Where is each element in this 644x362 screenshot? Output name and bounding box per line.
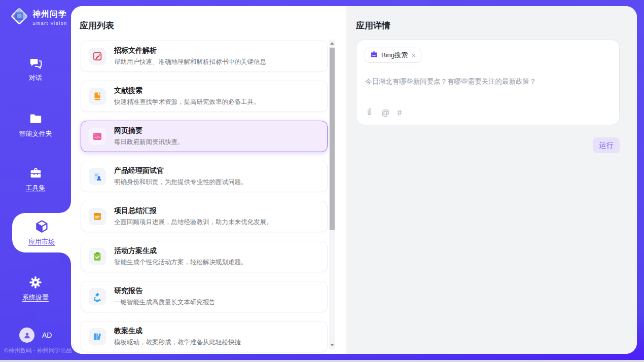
avatar[interactable] — [19, 328, 34, 343]
app-card-title: 产品经理面试官 — [114, 166, 247, 175]
sidebar-item-label: 应用市场 — [28, 237, 55, 246]
app-card-desc: 明确身份和职责，为您提供专业性的面试问题。 — [114, 178, 247, 187]
tool-chip-bing-search[interactable]: Bing搜索 × — [365, 48, 421, 63]
scrollbar[interactable] — [329, 40, 335, 349]
app-card-desc: 模板驱动，教案秒成，教学准备从此轻松快捷 — [114, 338, 241, 347]
app-card-desc: 帮助用户快速、准确地理解和解析招标书中的关键信息 — [114, 58, 266, 66]
main-content: 应用列表 招标文件解析帮助用户快速、准确地理解和解析招标书中的关键信息文献搜索快… — [71, 6, 637, 354]
app-card-activity-plan[interactable]: 活动方案生成智能生成个性化活动方案，轻松解决规划难题。 — [81, 241, 328, 272]
sidebar-item-label: 对话 — [29, 74, 42, 83]
app-card-bid-parse[interactable]: 招标文件解析帮助用户快速、准确地理解和解析招标书中的关键信息 — [81, 41, 328, 72]
bottom-strip — [0, 360, 644, 362]
logo: 神州问学 Smart Vision — [10, 7, 67, 28]
app-card-literature[interactable]: 文献搜索快速精准查找学术资源，提高研究效率的必备工具。 — [81, 81, 328, 112]
gear-icon — [28, 275, 43, 289]
cube-icon — [34, 220, 49, 234]
app-card-desc: 一键智能生成高质量长文本研究报告 — [114, 298, 216, 307]
microscope-icon — [89, 288, 106, 305]
bid-doc-icon — [89, 48, 106, 65]
scrollbar-thumb[interactable] — [330, 48, 335, 230]
logo-subtitle: Smart Vision — [32, 21, 67, 26]
scroll-down-icon[interactable] — [330, 344, 334, 346]
app-card-web-summary[interactable]: </>网页摘要每日政府新闻资讯快查。 — [81, 121, 328, 152]
app-card-title: 项目总结汇报 — [114, 206, 273, 215]
app-card-research-report[interactable]: 研究报告一键智能生成高质量长文本研究报告 — [81, 281, 328, 312]
folder-icon — [29, 112, 43, 126]
app-card-lesson-plan[interactable]: 教案生成模板驱动，教案秒成，教学准备从此轻松快捷 — [81, 321, 328, 352]
close-icon[interactable]: × — [412, 52, 416, 59]
tool-chip-label: Bing搜索 — [381, 51, 408, 60]
sidebar-item-label: 系统设置 — [22, 293, 49, 302]
user-name: AD — [42, 331, 52, 339]
sidebar-item-label: 智能文件夹 — [19, 129, 52, 138]
webpage-icon: </> — [89, 128, 106, 145]
briefcase-icon — [370, 51, 378, 60]
input-toolbar: @ # — [365, 107, 401, 118]
app-list-panel: 应用列表 招标文件解析帮助用户快速、准确地理解和解析招标书中的关键信息文献搜索快… — [71, 6, 346, 354]
app-window: 神州问学 Smart Vision 对话智能文件夹工具集应用市场系统设置 AD … — [0, 0, 644, 362]
app-card-title: 网页摘要 — [114, 126, 184, 135]
app-card-title: 研究报告 — [114, 286, 216, 296]
sidebar-item-label: 工具集 — [26, 184, 46, 193]
app-detail-title: 应用详情 — [356, 20, 390, 31]
book-icon — [89, 88, 106, 105]
sidebar-footer: ©神州数码 · 神州问学出品 — [4, 347, 72, 354]
app-card-desc: 快速精准查找学术资源，提高研究效率的必备工具。 — [114, 98, 260, 106]
diamond-logo-icon — [10, 7, 29, 28]
sidebar: 神州问学 Smart Vision 对话智能文件夹工具集应用市场系统设置 AD … — [0, 0, 71, 362]
sidebar-item-system-settings[interactable]: 系统设置 — [0, 275, 71, 302]
app-list-title: 应用列表 — [80, 20, 114, 31]
app-card-title: 招标文件解析 — [114, 46, 266, 55]
hash-icon[interactable]: # — [397, 108, 401, 118]
chat-icon — [29, 56, 43, 70]
books-icon — [89, 328, 106, 345]
app-card-title: 文献搜索 — [114, 86, 260, 95]
app-card-desc: 每日政府新闻资讯快查。 — [114, 138, 184, 147]
mention-icon[interactable]: @ — [381, 108, 389, 118]
attachment-icon[interactable] — [365, 107, 374, 118]
user-row[interactable]: AD — [19, 328, 52, 343]
activity-icon — [89, 248, 106, 265]
query-text[interactable]: 今日湖北有哪些新闻要点？有哪些需要关注的最新政策？ — [365, 77, 611, 86]
run-button[interactable]: 运行 — [593, 137, 620, 153]
app-detail-panel: 应用详情 Bing搜索 × 今日湖北有哪些新闻要点？有哪些需要关注的最新政策？ … — [346, 6, 637, 354]
app-card-pm-interviewer[interactable]: 产品经理面试官明确身份和职责，为您提供专业性的面试问题。 — [81, 161, 328, 192]
toolbox-icon — [29, 166, 43, 180]
app-card-title: 活动方案生成 — [114, 246, 247, 256]
app-list: 招标文件解析帮助用户快速、准确地理解和解析招标书中的关键信息文献搜索快速精准查找… — [81, 41, 328, 354]
app-card-desc: 全面回顾项目进展，总结经验教训，助力未来优化发展。 — [114, 218, 273, 227]
interview-icon — [89, 168, 106, 185]
app-card-title: 教案生成 — [114, 327, 241, 336]
app-card-project-summary[interactable]: 项目总结汇报全面回顾项目进展，总结经验教训，助力未来优化发展。 — [81, 201, 328, 232]
svg-text:</>: </> — [94, 135, 100, 139]
sidebar-item-app-market[interactable]: 应用市场 — [12, 213, 71, 252]
scroll-up-icon[interactable] — [330, 42, 334, 45]
logo-title: 神州问学 — [32, 9, 67, 20]
prompt-input-card[interactable]: Bing搜索 × 今日湖北有哪些新闻要点？有哪些需要关注的最新政策？ @ # — [356, 40, 620, 125]
app-card-desc: 智能生成个性化活动方案，轻松解决规划难题。 — [114, 258, 247, 267]
sidebar-item-toolkit[interactable]: 工具集 — [0, 166, 71, 193]
sidebar-item-smart-folder[interactable]: 智能文件夹 — [0, 112, 71, 138]
summary-icon — [89, 208, 106, 225]
sidebar-item-chat[interactable]: 对话 — [0, 56, 71, 83]
